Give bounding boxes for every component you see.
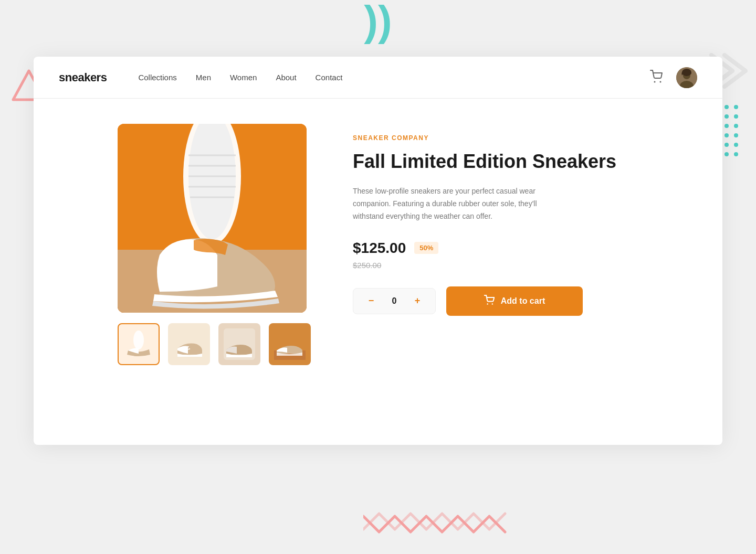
product-brand-label: SNEAKER COMPANY bbox=[353, 134, 697, 142]
thumbnail-4[interactable] bbox=[269, 323, 311, 365]
thumbnail-1[interactable] bbox=[118, 323, 160, 365]
nav-links: Collections Men Women About Contact bbox=[138, 73, 650, 82]
cart-row: − 0 + Add to cart bbox=[353, 286, 697, 316]
product-details: SNEAKER COMPANY Fall Limited Edition Sne… bbox=[353, 124, 697, 316]
add-to-cart-button[interactable]: Add to cart bbox=[446, 286, 583, 316]
product-thumbnails bbox=[118, 323, 311, 365]
brand-logo: sneakers bbox=[59, 71, 107, 84]
cart-btn-icon bbox=[484, 295, 495, 307]
svg-point-28 bbox=[491, 303, 493, 305]
nav-link-contact[interactable]: Contact bbox=[316, 73, 343, 82]
discount-badge: 50% bbox=[414, 242, 438, 254]
nav-link-women[interactable]: Women bbox=[230, 73, 257, 82]
price-row: $125.00 50% bbox=[353, 240, 697, 257]
nav-actions bbox=[650, 67, 697, 88]
thumbnail-2[interactable] bbox=[168, 323, 210, 365]
svg-point-2 bbox=[660, 81, 662, 82]
svg-point-27 bbox=[487, 303, 488, 305]
product-images bbox=[118, 124, 311, 365]
product-main-image bbox=[118, 124, 307, 313]
product-card: sneakers Collections Men Women About Con… bbox=[34, 57, 722, 445]
quantity-value: 0 bbox=[389, 296, 400, 306]
navigation: sneakers Collections Men Women About Con… bbox=[34, 57, 722, 99]
quantity-control: − 0 + bbox=[353, 288, 436, 314]
nav-link-men[interactable]: Men bbox=[196, 73, 211, 82]
svg-point-1 bbox=[654, 81, 656, 82]
original-price: $250.00 bbox=[353, 261, 697, 270]
product-description: These low-profile sneakers are your perf… bbox=[353, 185, 552, 222]
nav-link-collections[interactable]: Collections bbox=[138, 73, 176, 82]
decorative-quotes: )) bbox=[364, 0, 392, 42]
product-title: Fall Limited Edition Sneakers bbox=[353, 150, 697, 173]
current-price: $125.00 bbox=[353, 240, 406, 257]
quantity-decrease-button[interactable]: − bbox=[364, 294, 379, 308]
decorative-zigzag bbox=[363, 506, 510, 545]
product-section: SNEAKER COMPANY Fall Limited Edition Sne… bbox=[34, 99, 722, 390]
cart-icon[interactable] bbox=[650, 70, 664, 86]
nav-link-about[interactable]: About bbox=[276, 73, 296, 82]
add-to-cart-label: Add to cart bbox=[501, 296, 545, 306]
thumbnail-3[interactable] bbox=[218, 323, 260, 365]
user-avatar[interactable] bbox=[676, 67, 697, 88]
svg-point-20 bbox=[133, 331, 144, 349]
quantity-increase-button[interactable]: + bbox=[410, 294, 425, 308]
